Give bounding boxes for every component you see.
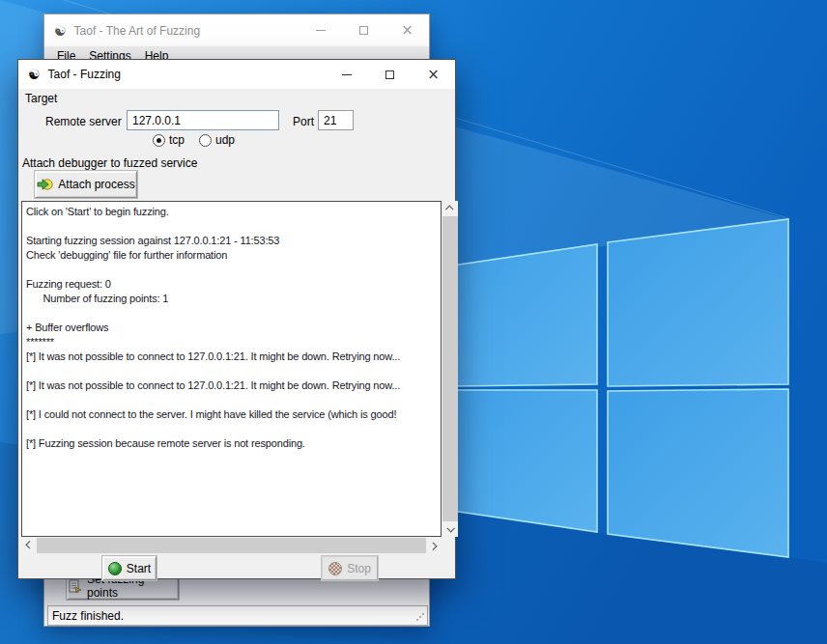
radio-udp-label: udp (215, 133, 235, 147)
main-window-title: Taof - The Art of Fuzzing (74, 24, 201, 38)
radio-tcp-label: tcp (169, 133, 185, 147)
fuzzing-window: ☯ Taof - Fuzzing × Target Remote server … (17, 59, 456, 579)
main-window-titlebar[interactable]: ☯ Taof - The Art of Fuzzing × (44, 14, 429, 46)
minimize-button[interactable] (299, 14, 342, 46)
attach-process-label: Attach process (58, 178, 134, 191)
chevron-down-icon (446, 524, 454, 532)
chevron-left-icon (25, 541, 33, 548)
attach-section-label: Attach debugger to fuzzed service (22, 156, 197, 170)
desktop: ☯ Taof - The Art of Fuzzing × File Setti… (0, 0, 827, 644)
stop-icon (328, 562, 342, 575)
close-button[interactable]: × (385, 14, 429, 46)
maximize-button[interactable] (368, 60, 412, 89)
resize-grip[interactable] (415, 612, 425, 622)
scroll-left-button[interactable] (21, 538, 37, 553)
close-icon: × (401, 23, 414, 38)
minimize-icon (342, 74, 352, 75)
scroll-right-button[interactable] (426, 538, 442, 553)
stop-button[interactable]: Stop (322, 556, 378, 580)
vertical-scrollbar-thumb[interactable] (442, 216, 458, 521)
minimize-button[interactable] (325, 60, 368, 89)
target-group-label: Target (25, 92, 57, 105)
fuzzing-window-titlebar[interactable]: ☯ Taof - Fuzzing × (18, 60, 455, 89)
status-text: Fuzz finished. (52, 609, 124, 623)
maximize-button[interactable] (342, 14, 385, 46)
chevron-up-icon (445, 205, 453, 212)
maximize-icon (385, 70, 394, 79)
start-icon (108, 562, 122, 575)
attach-process-icon (37, 177, 53, 192)
scroll-up-button[interactable] (442, 201, 458, 216)
remote-server-label: Remote server (45, 115, 122, 128)
maximize-icon (359, 26, 368, 35)
start-label: Start (127, 562, 151, 575)
attach-process-button[interactable]: Attach process (35, 171, 137, 198)
radio-tcp[interactable]: tcp (153, 133, 185, 147)
horizontal-scrollbar-thumb[interactable] (37, 538, 426, 553)
fuzzing-window-title: Taof - Fuzzing (48, 68, 121, 81)
scroll-down-button[interactable] (442, 521, 458, 537)
start-button[interactable]: Start (102, 556, 157, 580)
set-fuzzing-points-icon (68, 579, 82, 594)
radio-tcp-circle[interactable] (153, 134, 165, 147)
radio-udp-circle[interactable] (199, 134, 212, 147)
fuzzing-log[interactable]: Click on 'Start' to begin fuzzing. Start… (21, 201, 442, 537)
port-input[interactable] (318, 110, 354, 130)
radio-udp[interactable]: udp (199, 133, 235, 147)
taof-app-icon: ☯ (54, 24, 67, 38)
status-bar: Fuzz finished. (47, 605, 428, 626)
stop-label: Stop (347, 562, 371, 575)
close-button[interactable]: × (412, 60, 455, 89)
vertical-scrollbar[interactable] (442, 201, 458, 537)
minimize-icon (316, 30, 326, 31)
horizontal-scrollbar[interactable] (21, 538, 442, 553)
remote-server-input[interactable] (127, 110, 279, 130)
close-icon: × (427, 68, 440, 82)
chevron-right-icon (429, 542, 437, 549)
port-label: Port (293, 115, 314, 128)
taof-app-icon: ☯ (28, 68, 41, 81)
